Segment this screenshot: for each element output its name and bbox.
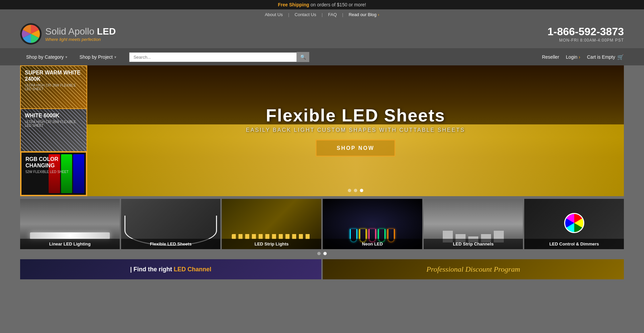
contact-link[interactable]: Contact Us [294, 12, 316, 17]
cart-icon: 🛒 [617, 54, 624, 60]
category-label-channels: LED Strip Channels [424, 239, 523, 249]
login-arrow-icon: › [579, 54, 580, 60]
category-flexible[interactable]: Flexible LED Sheets [121, 199, 221, 249]
category-grid: Linear LED Lighting Flexible LED Sheets … [20, 199, 624, 249]
hero-text-overlay: Flexible LED Sheets EASILY BACK LIGHT CU… [246, 105, 465, 157]
discount-text: Professional Discount Program [426, 265, 520, 274]
shop-project-label: Shop by Project [79, 54, 113, 60]
led-channel-banner[interactable]: | Find the right LED Channel [20, 259, 321, 279]
panel-white-title: WHITE 6000K [25, 112, 83, 119]
category-label-neon: Neon LED [323, 239, 422, 249]
discount-program-banner[interactable]: Professional Discount Program [323, 259, 624, 279]
hero-main-subtitle: EASILY BACK LIGHT CUSTOM SHAPES WITH CUT… [246, 127, 465, 133]
cat-dot-2[interactable] [323, 252, 327, 255]
linear-bar-decoration [30, 232, 110, 239]
panel-white-subtitle: ULTRA HIGH CRI 26W FLEXIBLE LED SHEET [25, 120, 83, 127]
search-input[interactable] [129, 52, 297, 62]
login-link[interactable]: Login › [566, 54, 580, 60]
login-label: Login [566, 54, 577, 60]
slide-dot-3[interactable] [360, 189, 363, 192]
category-label-linear: Linear LED Lighting [20, 239, 120, 249]
search-button[interactable]: 🔍 [297, 52, 309, 62]
logo-icon [20, 23, 42, 45]
panel-white[interactable]: WHITE 6000K ULTRA HIGH CRI 26W FLEXIBLE … [21, 109, 87, 152]
led-channel-text: | Find the right LED Channel [130, 266, 211, 273]
phone-prefix: 1-866- [547, 25, 579, 38]
logo-name: Solid Apollo LED [45, 26, 116, 37]
category-label-control: LED Control & Dimmers [524, 239, 624, 249]
shop-now-button[interactable]: SHOP NOW [316, 140, 395, 157]
hero-main-title: Flexible LED Sheets [246, 105, 465, 125]
blog-link[interactable]: Read our Blog › [348, 12, 379, 17]
nav-right: Reseller Login › Cart is Empty 🛒 [542, 54, 624, 60]
banner-rest-text: on orders of $150 or more! [311, 2, 366, 7]
secondary-nav: About Us | Contact Us | FAQ | Read our B… [0, 9, 644, 20]
strip-dots-decoration [232, 234, 311, 239]
category-channels[interactable]: LED Strip Channels [424, 199, 523, 249]
about-link[interactable]: About Us [265, 12, 282, 17]
search-area: 🔍 [129, 52, 535, 62]
category-strip-lights[interactable]: LED Strip Lights [222, 199, 321, 249]
panel-rgb[interactable]: RGB COLOR CHANGING 52W FLEXIBLE LED SHEE… [21, 152, 87, 196]
panel-rgb-subtitle: 52W FLEXIBLE LED SHEET [25, 170, 82, 174]
faq-link[interactable]: FAQ [328, 12, 337, 17]
free-shipping-highlight: Free Shipping [278, 2, 309, 7]
blog-arrow-icon: › [378, 12, 379, 17]
panel-warm-text: SUPER WARM WHITE 2400K ULTRA HIGH CRI 26… [21, 66, 87, 94]
panel-rgb-text: RGB COLOR CHANGING 52W FLEXIBLE LED SHEE… [21, 153, 86, 177]
find-text: | Find the right [130, 266, 174, 273]
project-arrow-icon: ▾ [114, 55, 116, 59]
category-nav-dots [20, 252, 624, 258]
cart-text: Cart is Empty [587, 54, 615, 60]
hero-slide-dots [348, 189, 363, 192]
logo-area[interactable]: Solid Apollo LED Where light meets perfe… [20, 23, 116, 45]
shop-category-label: Shop by Category [26, 54, 64, 60]
reseller-link[interactable]: Reseller [542, 54, 559, 60]
category-neon[interactable]: Neon LED [323, 199, 422, 249]
panel-white-text: WHITE 6000K ULTRA HIGH CRI 26W FLEXIBLE … [21, 109, 87, 131]
main-nav: Shop by Category ▾ Shop by Project ▾ 🔍 R… [0, 49, 644, 65]
category-section: Linear LED Lighting Flexible LED Sheets … [0, 199, 644, 258]
slide-dot-2[interactable] [354, 189, 357, 192]
phone-hours: MON-FRI 8:00AM-4:00PM PST [547, 38, 624, 43]
panel-warm-title: SUPER WARM WHITE 2400K [25, 69, 83, 82]
panel-warm-subtitle: ULTRA HIGH CRI 26W FLEXIBLE LED SHEET [25, 84, 83, 91]
site-header: Solid Apollo LED Where light meets perfe… [0, 20, 644, 49]
phone-number: 1-866-592-3873 [547, 25, 624, 38]
led-highlight: LED Channel [174, 266, 211, 273]
top-banner: Free Shipping on orders of $150 or more! [0, 0, 644, 9]
phone-bold: 592-3873 [579, 25, 624, 38]
shop-by-category-nav[interactable]: Shop by Category ▾ [20, 49, 73, 65]
logo-tagline: Where light meets perfection [45, 37, 116, 42]
category-linear[interactable]: Linear LED Lighting [20, 199, 120, 249]
hero-panels: SUPER WARM WHITE 2400K ULTRA HIGH CRI 26… [20, 65, 87, 196]
hero-wrapper: SUPER WARM WHITE 2400K ULTRA HIGH CRI 26… [0, 65, 644, 196]
slide-dot-1[interactable] [348, 189, 351, 192]
hero-main-image: Flexible LED Sheets EASILY BACK LIGHT CU… [87, 65, 624, 196]
category-label-strip: LED Strip Lights [222, 239, 321, 249]
logo-text: Solid Apollo LED Where light meets perfe… [45, 26, 116, 42]
cat-dot-1[interactable] [317, 252, 321, 255]
blog-link-text: Read our Blog [348, 12, 376, 17]
color-wheel-icon [564, 213, 584, 233]
panel-rgb-title: RGB COLOR CHANGING [25, 156, 82, 169]
category-arrow-icon: ▾ [65, 55, 67, 59]
category-label-flexible: Flexible LED Sheets [121, 239, 221, 249]
phone-area: 1-866-592-3873 MON-FRI 8:00AM-4:00PM PST [547, 25, 624, 43]
bottom-section: | Find the right LED Channel Professiona… [0, 259, 644, 279]
panel-warm[interactable]: SUPER WARM WHITE 2400K ULTRA HIGH CRI 26… [21, 66, 87, 109]
cart-area[interactable]: Cart is Empty 🛒 [587, 54, 624, 60]
category-control[interactable]: LED Control & Dimmers [524, 199, 624, 249]
shop-by-project-nav[interactable]: Shop by Project ▾ [73, 49, 122, 65]
